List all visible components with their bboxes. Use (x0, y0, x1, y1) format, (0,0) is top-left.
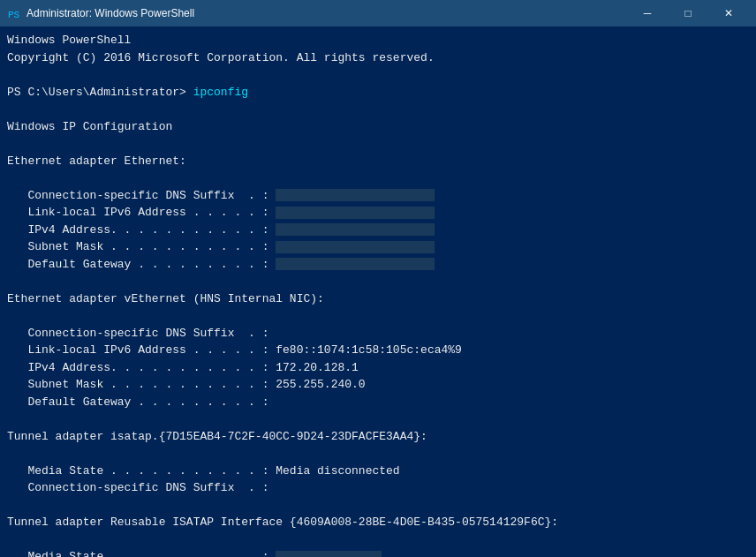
line-veth-ipv6: Link-local IPv6 Address . . . . . : fe80… (7, 342, 749, 359)
titlebar-controls: ─ □ ✕ (627, 0, 749, 26)
line-blank-5 (7, 273, 749, 290)
line-tunnel1-media: Media State . . . . . . . . . . . : Medi… (7, 463, 749, 480)
line-veth-mask: Subnet Mask . . . . . . . . . . . : 255.… (7, 376, 749, 394)
line-veth-header: Ethernet adapter vEthernet (HNS Internal… (7, 290, 749, 308)
maximize-button[interactable]: □ (668, 0, 708, 26)
line-win-ip: Windows IP Configuration (7, 118, 749, 136)
terminal-output: Windows PowerShell Copyright (C) 2016 Mi… (0, 26, 756, 557)
powershell-icon: PS (7, 6, 21, 20)
line-eth-mask: Subnet Mask . . . . . . . . . . . : (7, 238, 749, 256)
redacted-media-2 (276, 551, 382, 557)
redacted-mask-1 (276, 241, 435, 253)
close-button[interactable]: ✕ (708, 0, 749, 26)
line-eth-header: Ethernet adapter Ethernet: (7, 153, 749, 170)
line-blank-7 (7, 410, 749, 428)
line-tunnel2-header: Tunnel adapter Reusable ISATAP Interface… (7, 514, 749, 531)
line-blank-6 (7, 307, 749, 325)
line-eth-ipv6: Link-local IPv6 Address . . . . . : (7, 204, 749, 222)
line-veth-gw: Default Gateway . . . . . . . . . : (7, 394, 749, 411)
line-1: Windows PowerShell (7, 32, 749, 49)
redacted-gw-1 (276, 258, 435, 270)
redacted-ipv4-1 (276, 223, 435, 236)
line-veth-ipv4: IPv4 Address. . . . . . . . . . . : 172.… (7, 359, 749, 377)
line-blank-10 (7, 531, 749, 549)
line-tunnel1-header: Tunnel adapter isatap.{7D15EAB4-7C2F-40C… (7, 428, 749, 446)
line-eth-gw: Default Gateway . . . . . . . . . : (7, 256, 749, 274)
line-veth-dns: Connection-specific DNS Suffix . : (7, 325, 749, 342)
titlebar: PS Administrator: Windows PowerShell ─ □… (0, 0, 756, 26)
line-copyright: Copyright (C) 2016 Microsoft Corporation… (7, 49, 749, 67)
line-tunnel1-dns: Connection-specific DNS Suffix . : (7, 479, 749, 497)
line-prompt-ipconfig: PS C:\Users\Administrator> ipconfig (7, 84, 749, 102)
line-blank-1 (7, 66, 749, 84)
minimize-button[interactable]: ─ (627, 0, 668, 26)
line-eth-dns: Connection-specific DNS Suffix . : (7, 187, 749, 205)
line-tunnel2-media: Media State . . . . . . . . . . . : (7, 548, 749, 557)
titlebar-title: Administrator: Windows PowerShell (26, 7, 194, 19)
svg-text:PS: PS (8, 10, 20, 20)
redacted-dns-1 (276, 189, 435, 201)
line-blank-9 (7, 497, 749, 515)
line-eth-ipv4: IPv4 Address. . . . . . . . . . . : (7, 222, 749, 239)
line-blank-3 (7, 135, 749, 153)
redacted-ipv6-1 (276, 207, 435, 219)
line-blank-2 (7, 101, 749, 118)
line-blank-8 (7, 445, 749, 463)
titlebar-left: PS Administrator: Windows PowerShell (7, 6, 194, 20)
line-blank-4 (7, 169, 749, 187)
